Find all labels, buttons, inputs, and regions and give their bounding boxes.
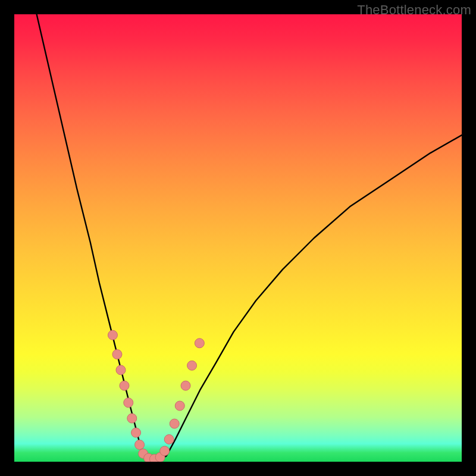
- data-point: [131, 428, 141, 437]
- data-point: [112, 350, 122, 359]
- data-point: [120, 381, 129, 390]
- marker-layer: [108, 330, 204, 462]
- data-point: [170, 419, 179, 428]
- data-point: [135, 440, 145, 449]
- data-point: [127, 414, 137, 423]
- curve-layer: [37, 14, 462, 460]
- data-point: [181, 381, 190, 390]
- data-point: [195, 339, 204, 348]
- data-point: [116, 365, 126, 375]
- data-point: [108, 330, 117, 340]
- data-point: [160, 446, 170, 456]
- chart-svg: [14, 14, 462, 462]
- data-point: [164, 434, 174, 444]
- data-point: [175, 401, 184, 411]
- watermark-text: TheBottleneck.com: [357, 2, 471, 18]
- bottleneck-curve: [37, 14, 462, 460]
- chart-frame: [14, 14, 462, 462]
- data-point: [124, 398, 133, 408]
- data-point: [187, 361, 197, 370]
